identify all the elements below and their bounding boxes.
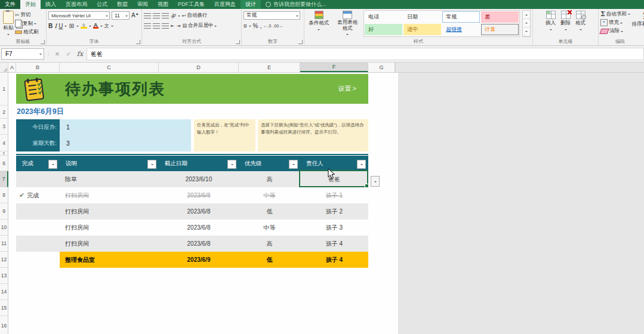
currency-format-button[interactable]: ¤ — [244, 23, 247, 29]
row-header-1[interactable]: 1 — [0, 73, 8, 106]
tab-review[interactable]: 审阅 — [133, 0, 153, 9]
filter-due-date-button[interactable] — [227, 160, 236, 169]
underline-button[interactable]: U — [58, 23, 63, 29]
tab-formulas[interactable]: 公式 — [92, 0, 112, 9]
cell-due-date[interactable]: 2023/6/8 — [159, 187, 239, 203]
cell-priority[interactable]: 低 — [239, 252, 300, 268]
format-cells-button[interactable]: 格式 — [574, 10, 587, 32]
bold-button[interactable]: B — [48, 23, 53, 29]
cell-owner[interactable]: 孩子 3 — [300, 219, 368, 236]
align-middle-icon[interactable] — [153, 13, 160, 18]
cell-complete[interactable] — [16, 203, 60, 219]
cell-description[interactable]: 打扫房间 — [60, 187, 159, 203]
styles-gallery-scrollbar[interactable] — [522, 10, 531, 37]
filter-owner-button[interactable] — [357, 160, 366, 169]
cell-complete[interactable] — [16, 171, 60, 187]
column-header-c[interactable]: C — [60, 63, 159, 72]
cell-priority[interactable]: 高 — [239, 236, 300, 252]
cell-style-good[interactable]: 好 — [365, 24, 402, 35]
overdue-days-label[interactable]: 逾期天数: — [16, 135, 60, 151]
tell-me-box[interactable]: 告诉我您想要做什么... — [261, 0, 331, 9]
column-header-g[interactable]: G — [368, 63, 395, 72]
insert-cells-button[interactable]: 插入 — [544, 10, 557, 32]
row-header-5[interactable]: 5 — [0, 151, 8, 156]
cut-button[interactable]: ✂剪切 — [15, 11, 39, 18]
number-dialog-launcher[interactable] — [298, 40, 303, 44]
row-header-11[interactable]: 11 — [0, 236, 8, 252]
name-box[interactable]: F7 — [1, 48, 44, 60]
row-header-15[interactable]: 15 — [0, 300, 8, 316]
tab-file[interactable]: 文件 — [0, 0, 20, 9]
cell-style-phone[interactable]: 电话 — [365, 11, 402, 23]
filter-description-button[interactable] — [147, 160, 156, 169]
cell-complete[interactable] — [16, 219, 60, 236]
cell-description[interactable]: 打扫房间 — [60, 219, 159, 236]
italic-button[interactable]: I — [54, 23, 57, 29]
insert-function-button[interactable]: fx — [75, 50, 85, 58]
align-top-icon[interactable] — [144, 13, 151, 18]
increase-decimal-button[interactable]: ←.0 — [264, 24, 272, 28]
cell-complete[interactable] — [16, 252, 60, 268]
header-complete[interactable]: 完成 — [16, 156, 60, 171]
formula-input[interactable]: 爸爸 — [87, 48, 644, 60]
column-header-b[interactable]: B — [16, 63, 60, 72]
cell-style-neutral[interactable]: 适中 — [403, 24, 441, 35]
tab-page-layout[interactable]: 页面布局 — [61, 0, 92, 9]
gallery-more-icon[interactable] — [523, 27, 530, 36]
tab-home[interactable]: 开始 — [20, 0, 41, 9]
overdue-days-value[interactable]: 3 — [60, 135, 191, 151]
cell-owner[interactable]: 孩子 2 — [300, 203, 368, 219]
copy-button[interactable]: 复制 — [15, 20, 39, 27]
sort-filter-button[interactable]: AZ 排序和筛选 — [630, 10, 644, 35]
decrease-indent-button[interactable]: ⇤ — [171, 23, 175, 29]
cell-due-date[interactable]: 2023/6/10 — [159, 171, 239, 187]
due-today-value[interactable]: 1 — [60, 119, 191, 135]
font-dialog-launcher[interactable] — [136, 40, 140, 44]
cell-description[interactable]: 打扫房间 — [60, 236, 159, 252]
cell-complete[interactable] — [16, 236, 60, 252]
header-due-date[interactable]: 截止日期 — [159, 156, 239, 171]
comma-format-button[interactable]: , — [260, 22, 261, 29]
fill-button[interactable]: 填充 — [600, 19, 630, 26]
phonetic-guide-button[interactable]: 文 — [104, 23, 109, 29]
column-header-d[interactable]: D — [159, 63, 239, 72]
cell-description[interactable]: 整理食品室 — [60, 252, 159, 268]
cell-owner[interactable]: 孩子 4 — [300, 252, 368, 268]
align-bottom-icon[interactable] — [162, 13, 169, 18]
wrap-text-button[interactable]: ↩自动换行 — [182, 12, 208, 19]
filter-priority-button[interactable] — [289, 160, 298, 169]
header-priority[interactable]: 优先级 — [239, 156, 300, 171]
number-format-combo[interactable]: 常规 — [244, 11, 300, 20]
row-header-6[interactable]: 6 — [0, 156, 8, 171]
align-right-icon[interactable] — [162, 23, 169, 29]
data-validation-dropdown[interactable] — [371, 176, 380, 187]
tab-baidu-netdisk[interactable]: 百度网盘 — [209, 0, 241, 9]
gallery-up-icon[interactable] — [523, 11, 530, 19]
date-cell[interactable]: 2023年6月9日 — [17, 107, 64, 117]
cell-priority[interactable]: 中等 — [239, 219, 300, 236]
cell-priority[interactable]: 低 — [239, 203, 300, 219]
grow-font-button[interactable]: A▲ — [131, 12, 139, 18]
alignment-dialog-launcher[interactable] — [236, 40, 240, 44]
row-header-8[interactable]: 8 — [0, 187, 8, 203]
filter-complete-button[interactable] — [48, 160, 57, 169]
fill-color-button[interactable]: ◊ — [81, 23, 87, 29]
cell-description[interactable]: 打扫房间 — [60, 203, 159, 219]
row-header-14[interactable]: 14 — [0, 284, 8, 300]
cell-description[interactable]: 除草 — [60, 171, 159, 187]
row-header-12[interactable]: 12 — [0, 252, 8, 268]
cell-complete[interactable]: ✔完成 — [16, 187, 60, 203]
note-filter-hint[interactable]: 选择下拉箭头(例如“责任人”或“优先级”)，以筛选待办事项列表或对其进行排序。提… — [258, 119, 368, 151]
column-header-a[interactable]: A — [8, 63, 16, 72]
tab-table-design[interactable]: 设计 — [241, 0, 261, 9]
confirm-entry-button[interactable]: ✓ — [64, 51, 73, 57]
cell-style-normal[interactable]: 常规 — [442, 11, 480, 23]
paste-button[interactable]: 粘贴 — [2, 10, 15, 37]
cell-due-date[interactable]: 2023/6/8 — [159, 219, 239, 236]
row-header-10[interactable]: 10 — [0, 219, 8, 236]
cell-owner[interactable]: 孩子 4 — [300, 236, 368, 252]
cell-priority[interactable]: 高 — [239, 171, 300, 187]
gallery-down-icon[interactable] — [523, 19, 530, 27]
align-left-icon[interactable] — [144, 23, 151, 29]
increase-indent-button[interactable]: ⇥ — [177, 23, 181, 29]
